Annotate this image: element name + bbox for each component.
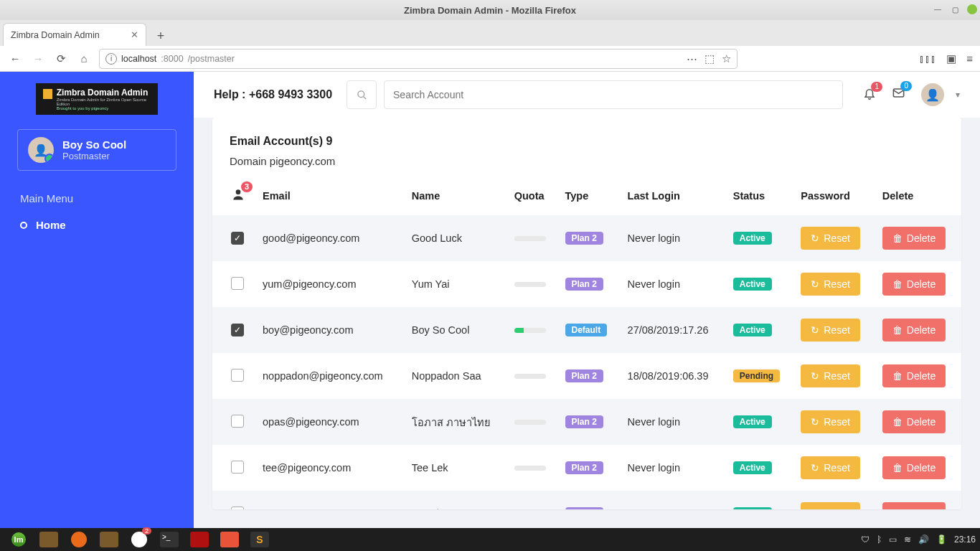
url-bar[interactable]: i localhost:8000/postmaster ⋯ ⬚ ☆ <box>99 49 738 69</box>
type-badge: Plan 2 <box>565 415 603 428</box>
sidebar-toggle-icon[interactable]: ▣ <box>946 52 956 65</box>
col-status[interactable]: Status <box>726 176 794 215</box>
reset-button[interactable]: ↻Reset <box>801 456 860 479</box>
cell-name: Noppadon Saa <box>405 353 507 399</box>
tray-display-icon[interactable]: ▭ <box>889 534 897 545</box>
tray-bluetooth-icon[interactable]: ᛒ <box>877 534 882 545</box>
url-path: /postmaster <box>188 54 235 64</box>
bookmark-icon[interactable]: ☆ <box>722 52 731 65</box>
col-type[interactable]: Type <box>558 176 621 215</box>
taskbar-firefox[interactable] <box>65 529 93 550</box>
user-card[interactable]: 👤 Boy So Cool Postmaster <box>17 129 176 171</box>
browser-tab[interactable]: Zimbra Domain Admin ✕ <box>3 23 146 46</box>
sidebar-item-label: Home <box>36 219 66 231</box>
cell-quota <box>507 399 558 445</box>
nav-back-icon[interactable]: ← <box>7 52 23 65</box>
new-tab-button[interactable]: + <box>151 26 171 46</box>
taskbar-chrome[interactable]: 2 <box>125 529 154 550</box>
cell-status: Active <box>726 307 794 353</box>
profile-avatar[interactable]: 👤 <box>921 83 944 106</box>
trash-icon: 🗑 <box>892 416 903 428</box>
cell-last-login: Never login <box>621 399 726 445</box>
row-checkbox[interactable]: ✓ <box>231 232 244 245</box>
cell-status: Active <box>726 445 794 491</box>
col-email[interactable]: Email <box>255 176 405 215</box>
col-password[interactable]: Password <box>793 176 875 215</box>
delete-button[interactable]: 🗑Delete <box>882 319 946 342</box>
cell-name: Good Luck <box>405 215 507 261</box>
row-checkbox[interactable] <box>231 277 244 290</box>
sidebar-item-home[interactable]: Home <box>0 210 194 240</box>
reload-icon: ↻ <box>811 232 819 244</box>
tray-volume-icon[interactable]: 🔊 <box>918 534 929 545</box>
reload-icon: ↻ <box>811 370 819 382</box>
type-badge: Plan 2 <box>565 507 603 509</box>
reset-button[interactable]: ↻Reset <box>801 410 860 433</box>
cell-type: Plan 2 <box>558 399 621 445</box>
trash-icon: 🗑 <box>892 232 903 244</box>
row-checkbox[interactable] <box>231 461 244 474</box>
status-badge: Active <box>733 278 772 291</box>
row-checkbox[interactable]: ✓ <box>231 324 244 336</box>
messages-button[interactable]: 0 <box>892 86 905 103</box>
window-minimize[interactable]: — <box>933 4 943 14</box>
taskbar-sublime[interactable]: S <box>245 529 274 550</box>
reset-button[interactable]: ↻Reset <box>801 319 860 342</box>
col-name[interactable]: Name <box>405 176 507 215</box>
cell-status: Pending <box>726 353 794 399</box>
trash-icon: 🗑 <box>892 462 903 474</box>
delete-button[interactable]: 🗑Delete <box>882 502 946 509</box>
reset-button[interactable]: ↻Reset <box>801 273 860 296</box>
nav-home-icon[interactable]: ⌂ <box>76 52 92 65</box>
taskbar-files[interactable] <box>34 529 63 550</box>
delete-button[interactable]: 🗑Delete <box>882 227 946 250</box>
window-close[interactable] <box>967 4 977 14</box>
delete-button[interactable]: 🗑Delete <box>882 364 946 387</box>
tab-close-icon[interactable]: ✕ <box>131 29 138 40</box>
reload-icon: ↻ <box>811 324 819 336</box>
cell-type: Plan 2 <box>558 445 621 491</box>
taskbar-terminal[interactable] <box>155 529 184 550</box>
app: Zimbra Domain Admin Zimbra Domain Admin … <box>0 72 980 528</box>
col-last-login[interactable]: Last Login <box>621 176 726 215</box>
row-checkbox[interactable] <box>231 507 244 510</box>
search-input[interactable] <box>384 80 843 109</box>
cell-last-login: 18/08/2019:06.39 <box>621 353 726 399</box>
reset-button[interactable]: ↻Reset <box>801 502 860 509</box>
page-actions-icon[interactable]: ⋯ <box>687 52 697 65</box>
tray-battery-icon[interactable]: 🔋 <box>936 534 947 545</box>
reset-button[interactable]: ↻Reset <box>801 364 860 387</box>
col-delete[interactable]: Delete <box>875 176 961 215</box>
taskbar-files2[interactable] <box>95 529 123 550</box>
status-badge: Active <box>733 324 772 336</box>
chevron-down-icon[interactable]: ▾ <box>956 90 960 100</box>
delete-button[interactable]: 🗑Delete <box>882 273 946 296</box>
search-button[interactable] <box>347 80 377 109</box>
row-checkbox[interactable] <box>231 415 244 428</box>
window-maximize[interactable]: ▢ <box>950 4 960 14</box>
delete-button[interactable]: 🗑Delete <box>882 456 946 479</box>
menu-icon[interactable]: ≡ <box>966 52 973 65</box>
col-quota[interactable]: Quota <box>507 176 558 215</box>
tray-shield-icon[interactable]: 🛡 <box>861 534 870 545</box>
start-menu-button[interactable]: lm <box>4 529 33 550</box>
taskbar-filezilla[interactable] <box>185 529 214 550</box>
site-info-icon[interactable]: i <box>105 53 117 65</box>
tray-network-icon[interactable]: ≋ <box>904 534 911 545</box>
row-checkbox[interactable] <box>231 369 244 382</box>
library-icon[interactable]: ⫿⫿⫿ <box>919 52 936 65</box>
nav-reload-icon[interactable]: ⟳ <box>53 52 69 65</box>
delete-button[interactable]: 🗑Delete <box>882 410 946 433</box>
menu-bullet-icon <box>20 222 27 229</box>
type-badge: Plan 2 <box>565 461 603 474</box>
cell-last-login: 27/08/2019:17.26 <box>621 307 726 353</box>
type-badge: Plan 2 <box>565 278 603 291</box>
reset-button[interactable]: ↻Reset <box>801 227 860 250</box>
notifications-button[interactable]: 1 <box>863 87 876 103</box>
pocket-icon[interactable]: ⬚ <box>705 52 715 65</box>
url-host: localhost <box>121 54 156 64</box>
nav-forward-icon[interactable]: → <box>30 52 46 65</box>
tray-clock[interactable]: 23:16 <box>954 534 976 545</box>
taskbar-gitlab[interactable] <box>215 529 244 550</box>
cell-email: opas@pigeoncy.com <box>255 399 405 445</box>
